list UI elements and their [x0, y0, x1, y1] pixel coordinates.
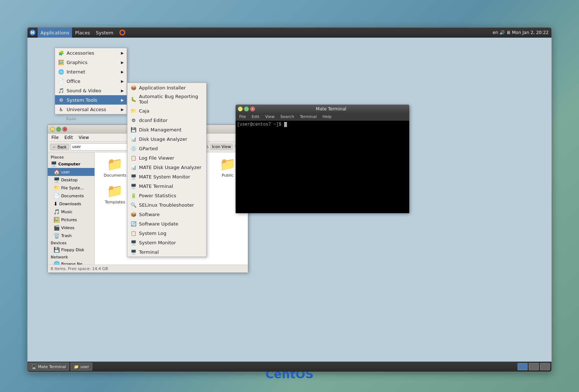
terminal-title: Mate Terminal [255, 106, 407, 111]
sidebar-filesystem[interactable]: 📁 File Syste... [48, 184, 94, 192]
maximize-button[interactable]: □ [56, 127, 61, 132]
submenu-disk-mgmt[interactable]: 💾 Disk Management [127, 125, 206, 134]
submenu-mate-system-monitor[interactable]: 🖥️ MATE System Monitor [127, 172, 206, 181]
menu-system-tools[interactable]: ⚙️ System Tools ▶ [55, 95, 127, 105]
submenu-dconf-editor[interactable]: ⚙️ dconf Editor [127, 115, 206, 125]
submenu-software[interactable]: 📦 Software [127, 210, 206, 219]
system-menu[interactable]: System [93, 28, 116, 38]
sidebar-downloads[interactable]: ⬇️ Downloads [48, 200, 94, 208]
dconf-label: dconf Editor [139, 118, 168, 123]
tm-file[interactable]: File [237, 114, 248, 120]
svg-text:M: M [31, 31, 34, 35]
minimize-button[interactable]: _ [50, 127, 55, 132]
terminal-close[interactable]: × [250, 106, 255, 111]
submenu-system-log[interactable]: 📋 System Log [127, 228, 206, 238]
submenu-gparted[interactable]: 💿 GParted [127, 144, 206, 153]
submenu-selinux[interactable]: 🔍 SELinux Troubleshooter [127, 200, 206, 210]
sidebar-floppy[interactable]: 💾 Floppy Disk [48, 246, 94, 254]
workspace-switcher [517, 363, 551, 370]
system-tools-arrow: ▶ [121, 98, 124, 102]
fm-path: user [72, 144, 81, 149]
submenu-disk-usage[interactable]: 📊 Disk Usage Analyzer [127, 134, 206, 144]
menu-universal-access[interactable]: ♿ Universal Access ▶ [55, 105, 127, 114]
terminal-maximize[interactable]: □ [244, 106, 249, 111]
sidebar-videos[interactable]: 🎬 Videos [48, 224, 94, 232]
fm-menu-view[interactable]: View [76, 134, 91, 141]
close-button[interactable]: × [62, 127, 67, 132]
mate-disk-label: MATE Disk Usage Analyzer [139, 165, 202, 170]
fm-menu-edit[interactable]: Edit [62, 134, 75, 141]
sidebar-browse-network[interactable]: 🌐 Browse Ne... [48, 260, 94, 265]
menu-accessories[interactable]: 🧩 Accessories ▶ [55, 48, 127, 58]
submenu-software-update[interactable]: 🔄 Software Update [127, 219, 206, 228]
submenu-app-installer[interactable]: 📦 Application Installer [127, 83, 206, 92]
sidebar-desktop[interactable]: 🖥️ Desktop [48, 176, 94, 184]
fm-back-button[interactable]: ← Back [50, 144, 69, 150]
system-monitor-label: System Monitor [139, 240, 176, 245]
workspace-3[interactable] [540, 363, 550, 370]
documents-folder-icon: 📁 [107, 157, 123, 172]
caja-icon: 📁 [130, 108, 137, 114]
sidebar-pictures[interactable]: 🖼️ Pictures [48, 216, 94, 224]
terminal-body[interactable]: [user@centos7 ~]$ [236, 121, 409, 213]
sidebar-computer[interactable]: 🖥️ Computer [48, 160, 94, 168]
submenu-mate-terminal[interactable]: 🖥️ MATE Terminal [127, 181, 206, 191]
sidebar-trash[interactable]: 🗑️ Trash [48, 232, 94, 240]
network-label: Browse Ne... [61, 262, 86, 265]
mate-sysmon-icon: 🖥️ [130, 173, 137, 180]
submenu-log-viewer[interactable]: 📋 Log File Viewer [127, 153, 206, 163]
submenu-mate-disk-usage[interactable]: 📊 MATE Disk Usage Analyzer [127, 163, 206, 172]
tm-search[interactable]: Search [278, 114, 296, 120]
submenu-bug-tool[interactable]: 🐛 Automatic Bug Reporting Tool [127, 92, 206, 106]
submenu-caja[interactable]: 📁 Caja [127, 106, 206, 115]
tm-help[interactable]: Help [320, 114, 334, 120]
sound-video-arrow: ▶ [121, 89, 124, 93]
fm-menu-file[interactable]: File [49, 134, 61, 141]
terminal-titlebar: _ □ × Mate Terminal [236, 105, 409, 113]
taskbar-mate-terminal[interactable]: 🖥️ Mate Terminal [28, 363, 69, 371]
mate-disk-icon: 📊 [130, 164, 137, 170]
system-log-icon: 📋 [130, 230, 137, 236]
places-menu[interactable]: Places [72, 28, 93, 38]
universal-access-label: Universal Access [67, 107, 106, 112]
submenu-terminal[interactable]: 🖥️ Terminal [127, 247, 206, 257]
caja-label: Caja [139, 108, 149, 114]
downloads-icon: ⬇️ [54, 201, 58, 207]
office-icon: 📄 [58, 78, 64, 84]
user-home-icon: 🏠 [54, 169, 60, 175]
sidebar-music[interactable]: 🎵 Music [48, 208, 94, 216]
submenu-power-stats[interactable]: 🔋 Power Statistics [127, 191, 206, 200]
menu-office[interactable]: 📄 Office ▶ [55, 76, 127, 86]
applications-menu[interactable]: Applications [38, 28, 72, 38]
top-panel: M Applications Places System en 🔊 🖥 Mon … [28, 28, 551, 38]
internet-arrow: ▶ [121, 70, 124, 74]
fm-view-selector[interactable]: Icon View [210, 144, 233, 150]
mate-terminal-label: MATE Terminal [139, 184, 173, 189]
menu-internet[interactable]: 🌐 Internet ▶ [55, 67, 127, 76]
taskbar-user[interactable]: 📁 user [71, 363, 92, 371]
tm-view[interactable]: View [263, 114, 277, 120]
app-installer-label: Application Installer [139, 85, 186, 90]
workspace-2[interactable] [529, 363, 539, 370]
terminal-label: Terminal [139, 249, 159, 255]
menu-sound-video[interactable]: 🎵 Sound & Video ▶ [55, 86, 127, 95]
office-label: Office [67, 79, 80, 84]
desktop: 7 CENTOS M Applications Places System [0, 0, 579, 392]
tm-edit[interactable]: Edit [249, 114, 261, 120]
taskbar-user-label: user [80, 364, 89, 369]
sidebar-documents[interactable]: 📄 Documents [48, 192, 94, 200]
user-label: user [61, 170, 70, 174]
music-icon: 🎵 [54, 209, 60, 215]
filesystem-label: File Syste... [61, 186, 84, 190]
desktop-label: Desktop [61, 178, 77, 182]
terminal-minimize[interactable]: _ [238, 106, 243, 111]
file-manager-statusbar: 8 items. Free space: 14.4 GB [48, 265, 248, 273]
sidebar-user[interactable]: 🏠 user [48, 168, 94, 176]
software-update-icon: 🔄 [130, 220, 137, 227]
tm-terminal[interactable]: Terminal [298, 114, 319, 120]
submenu-system-monitor[interactable]: 🖥️ System Monitor [127, 238, 206, 247]
workspace-1[interactable] [517, 363, 528, 370]
panel-firefox-icon[interactable] [118, 29, 126, 37]
public-folder-icon: 📁 [220, 157, 236, 172]
menu-graphics[interactable]: 🖼️ Graphics ▶ [55, 58, 127, 67]
